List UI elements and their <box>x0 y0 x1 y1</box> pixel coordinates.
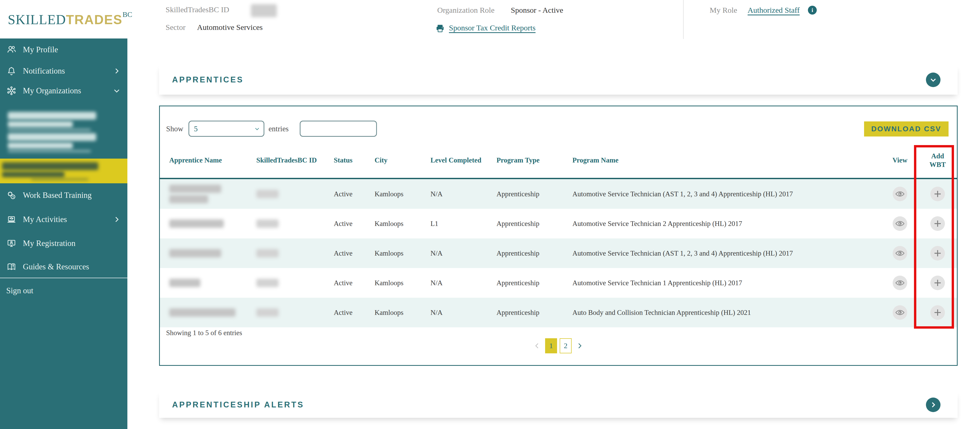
apprentice-name-redacted <box>169 308 256 317</box>
entries-label: entries <box>269 124 288 133</box>
pagination-page-1[interactable]: 1 <box>545 338 557 353</box>
brand-logo[interactable]: SKILLEDTRADESBC <box>8 10 132 27</box>
city-cell: Kamloops <box>375 309 431 317</box>
program-type-cell: Apprenticeship <box>496 249 573 257</box>
table-row: Active Kamloops N/A Apprenticeship Autom… <box>160 238 957 268</box>
organization-role-value: Sponsor - Active <box>511 6 563 14</box>
column-header-program-type[interactable]: Program Type <box>496 156 573 164</box>
column-header-status[interactable]: Status <box>334 156 375 164</box>
apprentice-name-redacted <box>169 185 256 203</box>
apprenticeship-alerts-section-header: APPRENTICESHIP ALERTS <box>159 392 958 418</box>
view-button[interactable] <box>892 276 907 290</box>
level-completed-cell: N/A <box>431 279 496 287</box>
level-completed-cell: L1 <box>431 220 496 228</box>
chevron-right-icon <box>576 342 584 350</box>
table-row: Active Kamloops L1 Apprenticeship Automo… <box>160 209 957 238</box>
sidebar-item-label: My Profile <box>23 45 58 54</box>
city-cell: Kamloops <box>375 249 431 257</box>
column-header-apprentice-name[interactable]: Apprentice Name <box>169 156 256 164</box>
chevron-down-icon <box>254 125 261 132</box>
program-type-cell: Apprenticeship <box>496 279 573 287</box>
table-row: Active Kamloops N/A Apprenticeship Auto … <box>160 298 957 327</box>
pagination-previous-button[interactable] <box>531 342 542 350</box>
chevron-down-icon <box>929 75 938 84</box>
download-csv-button[interactable]: DOWNLOAD CSV <box>864 121 948 137</box>
sidebar-divider <box>0 277 127 278</box>
city-cell: Kamloops <box>375 279 431 287</box>
sidebar-item-label: My Organizations <box>23 86 81 96</box>
brand-skilled: SKILLED <box>8 12 66 27</box>
header-divider <box>683 0 684 39</box>
chevron-left-icon <box>533 342 541 350</box>
apprentices-section-header: APPRENTICES <box>159 65 958 95</box>
apprentice-name-redacted <box>169 219 256 228</box>
organization-role-label: Organization Role <box>437 6 495 14</box>
sidebar-item-label: Notifications <box>23 66 65 76</box>
pagination-page-2[interactable]: 2 <box>560 338 572 353</box>
program-name-cell: Automotive Service Technician 2 Apprenti… <box>573 220 882 228</box>
view-button[interactable] <box>892 187 907 201</box>
sign-out-label: Sign out <box>6 286 33 295</box>
program-type-cell: Apprenticeship <box>496 220 573 228</box>
status-cell: Active <box>334 220 375 228</box>
column-header-view: View <box>882 156 918 164</box>
sidebar-item-guides-resources[interactable]: Guides & Resources <box>0 257 127 276</box>
eye-icon <box>895 218 905 229</box>
eye-icon <box>895 248 905 258</box>
view-button[interactable] <box>892 246 907 260</box>
pagination: 1 2 <box>531 338 585 353</box>
show-label: Show <box>166 124 183 133</box>
column-header-city[interactable]: City <box>375 156 431 164</box>
program-name-cell: Automotive Service Technician 1 Apprenti… <box>573 279 882 287</box>
bell-icon <box>6 66 17 76</box>
skilledtradesbc-id-value-redacted <box>251 4 277 17</box>
search-input[interactable] <box>304 122 395 135</box>
sidebar-item-label: My Registration <box>23 239 75 248</box>
apprenticeship-alerts-expand-button[interactable] <box>926 397 940 412</box>
column-header-program-name[interactable]: Program Name <box>573 156 882 164</box>
apprenticeship-alerts-title: APPRENTICESHIP ALERTS <box>172 400 304 410</box>
table-row: Active Kamloops N/A Apprenticeship Autom… <box>160 179 957 209</box>
add-wbt-button[interactable] <box>930 216 945 231</box>
level-completed-cell: N/A <box>431 190 496 198</box>
sidebar-item-my-activities[interactable]: My Activities <box>0 210 127 229</box>
sponsor-tax-credit-reports-link[interactable]: Sponsor Tax Credit Reports <box>449 23 536 32</box>
apprentice-id-redacted <box>256 190 334 198</box>
sidebar-item-work-based-training[interactable]: Work Based Training <box>0 186 127 205</box>
add-wbt-button[interactable] <box>930 276 945 290</box>
sidebar-item-notifications[interactable]: Notifications <box>0 62 127 80</box>
add-wbt-button[interactable] <box>930 305 945 320</box>
guides-icon <box>6 262 17 272</box>
column-header-skilledtradesbc-id[interactable]: SkilledTradesBC ID <box>256 156 334 164</box>
my-role-label: My Role <box>710 6 737 14</box>
page-size-select[interactable]: 5 <box>188 121 264 137</box>
sign-out-button[interactable]: Sign out <box>0 281 127 300</box>
view-button[interactable] <box>892 305 907 320</box>
sidebar-org-item-selected[interactable] <box>0 159 127 183</box>
level-completed-cell: N/A <box>431 249 496 257</box>
apprentice-id-redacted <box>256 279 334 287</box>
sidebar-item-my-profile[interactable]: My Profile <box>0 40 127 59</box>
add-wbt-button[interactable] <box>930 187 945 201</box>
work-based-training-icon <box>6 190 17 201</box>
add-wbt-button[interactable] <box>930 246 945 260</box>
brand-trades: TRADES <box>66 13 123 27</box>
registration-icon <box>6 238 17 249</box>
sidebar: My Profile Notifications My Organization… <box>0 38 127 429</box>
pagination-next-button[interactable] <box>574 342 585 350</box>
entries-summary: Showing 1 to 5 of 6 entries <box>166 329 242 337</box>
status-cell: Active <box>334 249 375 257</box>
table-header-row: Apprentice Name SkilledTradesBC ID Statu… <box>160 143 957 179</box>
program-type-cell: Apprenticeship <box>496 190 573 198</box>
column-header-level-completed[interactable]: Level Completed <box>431 156 496 164</box>
program-name-cell: Automotive Service Technician (AST 1, 2,… <box>573 190 882 198</box>
status-cell: Active <box>334 309 375 317</box>
sidebar-item-label: Work Based Training <box>23 191 92 200</box>
view-button[interactable] <box>892 216 907 231</box>
sidebar-item-my-organizations[interactable]: My Organizations <box>0 81 127 100</box>
apprentice-id-redacted <box>256 308 334 317</box>
sidebar-item-my-registration[interactable]: My Registration <box>0 234 127 253</box>
my-role-link[interactable]: Authorized Staff <box>748 6 800 14</box>
apprentices-collapse-button[interactable] <box>926 73 940 87</box>
info-icon[interactable]: i <box>808 6 817 14</box>
